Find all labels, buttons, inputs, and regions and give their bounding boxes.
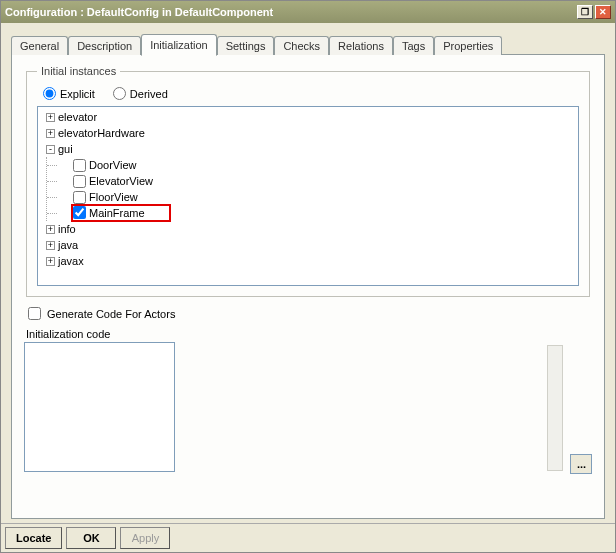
checkbox-mainframe[interactable] [73,206,86,219]
tab-properties[interactable]: Properties [434,36,502,55]
init-code-browse-button[interactable]: ... [570,454,592,474]
scrollbar[interactable] [547,345,563,471]
highlight-mainframe: MainFrame [71,204,171,222]
expand-icon[interactable]: + [46,129,55,138]
initial-instances-legend: Initial instances [37,65,120,77]
tab-description[interactable]: Description [68,36,141,55]
radio-derived-label[interactable]: Derived [113,87,168,100]
tree-leaf-mainframe[interactable]: MainFrame [89,207,145,219]
radio-explicit[interactable] [43,87,56,100]
expand-icon[interactable]: + [46,257,55,266]
tree-node-javax[interactable]: javax [58,255,84,267]
restore-icon[interactable]: ❐ [577,5,593,19]
instance-tree[interactable]: + elevator + elevatorHardware [37,106,579,286]
tab-settings[interactable]: Settings [217,36,275,55]
checkbox-doorview[interactable] [73,159,86,172]
tab-tags[interactable]: Tags [393,36,434,55]
dialog-button-bar: Locate OK Apply [1,523,615,552]
window-title: Configuration : DefaultConfig in Default… [5,6,577,18]
instance-mode-radios: Explicit Derived [37,83,579,106]
apply-button[interactable]: Apply [120,527,170,549]
expand-icon[interactable]: + [46,113,55,122]
ok-button[interactable]: OK [66,527,116,549]
tree-leaf-doorview[interactable]: DoorView [89,159,137,171]
tabstrip: General Description Initialization Setti… [11,33,605,55]
radio-derived-text: Derived [130,88,168,100]
generate-actors-label: Generate Code For Actors [47,308,175,320]
expand-icon[interactable]: + [46,225,55,234]
init-code-label: Initialization code [26,328,590,340]
tab-checks[interactable]: Checks [274,36,329,55]
initial-instances-group: Initial instances Explicit Derived [26,65,590,297]
tree-node-info[interactable]: info [58,223,76,235]
radio-explicit-label[interactable]: Explicit [43,87,95,100]
tree-spacer [61,161,70,170]
collapse-icon[interactable]: - [46,145,55,154]
tab-initialization[interactable]: Initialization [141,34,216,56]
expand-icon[interactable]: + [46,241,55,250]
checkbox-floorview[interactable] [73,191,86,204]
tree-node-gui[interactable]: gui [58,143,73,155]
radio-explicit-text: Explicit [60,88,95,100]
tree-spacer [61,193,70,202]
tree-node-java[interactable]: java [58,239,78,251]
checkbox-elevatorview[interactable] [73,175,86,188]
tab-general[interactable]: General [11,36,68,55]
checkbox-generate-actors[interactable] [28,307,41,320]
locate-button[interactable]: Locate [5,527,62,549]
tab-relations[interactable]: Relations [329,36,393,55]
init-code-textarea[interactable] [24,342,175,472]
tab-page-initialization: Initial instances Explicit Derived [11,54,605,519]
tree-spacer [61,209,70,218]
tree-leaf-elevatorview[interactable]: ElevatorView [89,175,153,187]
tree-leaf-floorview[interactable]: FloorView [89,191,138,203]
titlebar[interactable]: Configuration : DefaultConfig in Default… [1,1,615,23]
tree-node-elevator[interactable]: elevator [58,111,97,123]
config-dialog: Configuration : DefaultConfig in Default… [0,0,616,553]
radio-derived[interactable] [113,87,126,100]
tree-spacer [61,177,70,186]
tree-node-elevatorhardware[interactable]: elevatorHardware [58,127,145,139]
close-icon[interactable]: ✕ [595,5,611,19]
